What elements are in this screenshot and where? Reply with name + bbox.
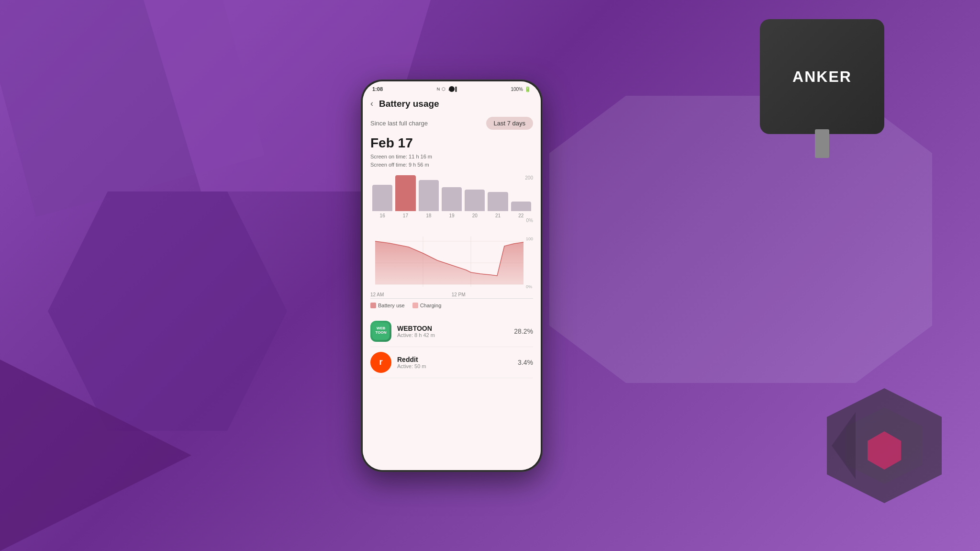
svg-text:r: r — [379, 357, 382, 367]
line-chart-x-labels: 12 AM 12 PM — [370, 292, 533, 297]
bar-21 — [488, 192, 508, 211]
phone-screen: 1:08 N ⬡ ▲ ▐ 100% 🔋 ‹ Battery usage — [363, 81, 541, 470]
webtoon-info: WEBTOON Active: 8 h 42 m — [397, 325, 514, 338]
bar-20 — [465, 190, 485, 211]
legend-charging-label: Charging — [420, 303, 442, 308]
legend: Battery use Charging — [370, 299, 533, 312]
screen-times: Screen on time: 11 h 16 m Screen off tim… — [370, 153, 533, 169]
svg-text:WEB: WEB — [377, 326, 386, 330]
x-label-12am: 12 AM — [370, 292, 384, 297]
bar-col-17: 17 — [395, 175, 415, 218]
page-title: Battery usage — [379, 99, 533, 109]
last-7-days-tab[interactable]: Last 7 days — [486, 117, 534, 130]
app-list: WEB TOON WEBTOON Active: 8 h 42 m 28.2% — [370, 316, 533, 378]
bar-chart: 16171819202122 — [370, 175, 533, 218]
screen-off-time: Screen off time: 9 h 56 m — [370, 161, 533, 169]
line-chart-container: 100 0% — [370, 236, 533, 299]
reddit-icon: r — [370, 352, 391, 373]
legend-battery-use: Battery use — [370, 303, 405, 308]
anker-logo: ANKER — [792, 68, 852, 86]
battery-icon: 🔋 — [524, 86, 531, 92]
battery-percent: 100% — [511, 87, 523, 92]
screen-on-time: Screen on time: 11 h 16 m — [370, 153, 533, 161]
back-button[interactable]: ‹ — [370, 99, 373, 109]
webtoon-percent: 28.2% — [514, 327, 533, 335]
line-chart-y-labels: 100 0% — [526, 236, 533, 289]
reddit-info: Reddit Active: 50 m — [397, 356, 518, 369]
bar-col-18: 18 — [419, 175, 439, 218]
bar-label-16: 16 — [380, 213, 385, 218]
dark-geo-logo — [817, 379, 951, 513]
webtoon-name: WEBTOON — [397, 325, 514, 332]
legend-charging: Charging — [412, 303, 442, 308]
app-item-webtoon[interactable]: WEB TOON WEBTOON Active: 8 h 42 m 28.2% — [370, 316, 533, 347]
tab-row: Since last full charge Last 7 days — [370, 113, 533, 135]
legend-charging-dot — [412, 303, 418, 308]
bar-chart-container: 200 16171819202122 0% — [370, 175, 533, 233]
reddit-name: Reddit — [397, 356, 518, 363]
bar-col-16: 16 — [372, 175, 392, 218]
bar-17 — [395, 175, 415, 211]
bar-label-19: 19 — [449, 213, 454, 218]
anker-prong — [815, 129, 829, 158]
bar-label-21: 21 — [495, 213, 501, 218]
anker-body: ANKER — [760, 19, 884, 134]
nfc-icon: N — [437, 87, 440, 91]
reddit-percent: 3.4% — [518, 359, 533, 366]
phone-wrapper: 1:08 N ⬡ ▲ ▐ 100% 🔋 ‹ Battery usage — [361, 79, 543, 472]
line-y-min: 0% — [526, 284, 533, 289]
status-time: 1:08 — [372, 86, 383, 92]
status-battery: 100% 🔋 — [511, 86, 531, 92]
bar-chart-y-max: 200 — [525, 175, 533, 180]
bar-22 — [511, 202, 531, 211]
svg-text:TOON: TOON — [376, 330, 387, 335]
app-item-reddit[interactable]: r Reddit Active: 50 m 3.4% — [370, 347, 533, 378]
bar-16 — [372, 185, 392, 211]
bar-label-20: 20 — [472, 213, 478, 218]
bluetooth-icon: ⬡ — [442, 87, 445, 91]
bar-col-21: 21 — [488, 175, 508, 218]
content-area: Since last full charge Last 7 days Feb 1… — [363, 113, 541, 470]
bar-col-19: 19 — [442, 175, 462, 218]
bar-label-18: 18 — [426, 213, 431, 218]
date-heading: Feb 17 — [370, 135, 533, 151]
bar-19 — [442, 187, 462, 211]
line-chart-svg — [370, 236, 533, 289]
reddit-active: Active: 50 m — [397, 363, 518, 369]
since-last-charge-label: Since last full charge — [370, 120, 428, 127]
bar-col-22: 22 — [511, 175, 531, 218]
webtoon-icon: WEB TOON — [370, 321, 391, 342]
bar-label-17: 17 — [403, 213, 408, 218]
bar-label-22: 22 — [518, 213, 523, 218]
bar-chart-y-min: 0% — [526, 218, 533, 223]
phone: 1:08 N ⬡ ▲ ▐ 100% 🔋 ‹ Battery usage — [361, 79, 543, 472]
app-bar: ‹ Battery usage — [363, 95, 541, 113]
webtoon-active: Active: 8 h 42 m — [397, 332, 514, 338]
bar-18 — [419, 180, 439, 211]
line-y-max: 100 — [526, 236, 533, 241]
legend-battery-use-label: Battery use — [378, 303, 405, 308]
bg-shape-2 — [48, 191, 287, 431]
legend-battery-use-dot — [370, 303, 376, 308]
anker-charger: ANKER — [760, 19, 884, 153]
x-label-12pm: 12 PM — [452, 292, 466, 297]
bar-col-20: 20 — [465, 175, 485, 218]
camera-notch — [449, 86, 455, 92]
